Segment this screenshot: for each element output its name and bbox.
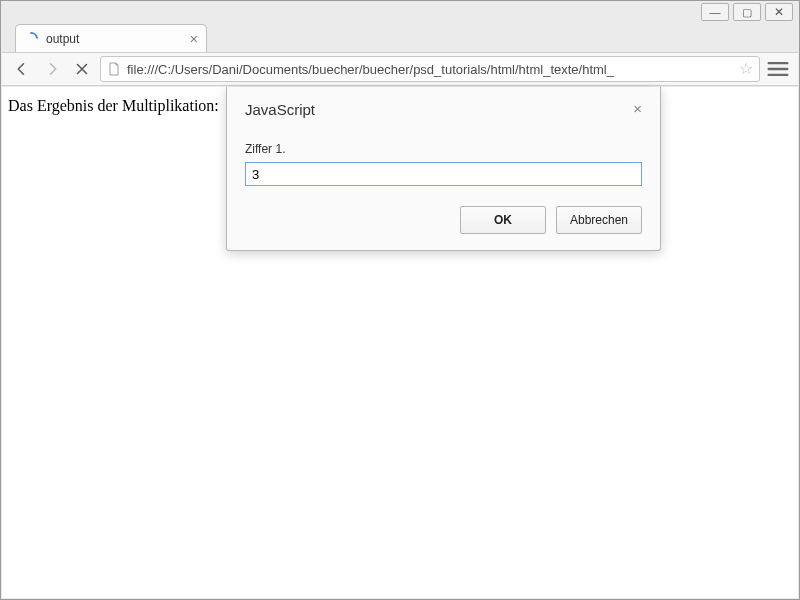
stop-button[interactable]	[68, 55, 96, 83]
window-maximize-button[interactable]: ▢	[733, 3, 761, 21]
back-button[interactable]	[8, 55, 36, 83]
browser-window: — ▢ ✕ output × file:///C:/Users/Dani/Doc…	[0, 0, 800, 600]
tab-close-icon[interactable]: ×	[190, 32, 198, 46]
url-text: file:///C:/Users/Dani/Documents/buecher/…	[127, 62, 733, 77]
address-bar[interactable]: file:///C:/Users/Dani/Documents/buecher/…	[100, 56, 760, 82]
forward-button[interactable]	[38, 55, 66, 83]
ok-button[interactable]: OK	[460, 206, 546, 234]
page-viewport: Das Ergebnis der Multiplikation: JavaScr…	[2, 87, 798, 598]
bookmark-star-icon[interactable]: ☆	[739, 61, 753, 77]
javascript-prompt-dialog: JavaScript × Ziffer 1. OK Abbrechen	[226, 87, 661, 251]
dialog-message: Ziffer 1.	[245, 142, 642, 156]
dialog-title: JavaScript	[245, 101, 315, 118]
dialog-header: JavaScript ×	[245, 101, 642, 118]
arrow-left-icon	[13, 60, 31, 78]
arrow-right-icon	[43, 60, 61, 78]
dialog-button-row: OK Abbrechen	[245, 206, 642, 234]
page-heading: Das Ergebnis der Multiplikation:	[8, 97, 219, 115]
dialog-close-icon[interactable]: ×	[633, 101, 642, 116]
tab-strip: output ×	[7, 24, 793, 52]
window-close-button[interactable]: ✕	[765, 3, 793, 21]
window-minimize-button[interactable]: —	[701, 3, 729, 21]
browser-tab[interactable]: output ×	[15, 24, 207, 52]
loading-spinner-icon	[24, 32, 38, 46]
cancel-button[interactable]: Abbrechen	[556, 206, 642, 234]
close-icon	[73, 60, 91, 78]
page-icon	[107, 62, 121, 76]
browser-toolbar: file:///C:/Users/Dani/Documents/buecher/…	[2, 52, 798, 86]
prompt-input[interactable]	[245, 162, 642, 186]
chrome-menu-button[interactable]	[764, 55, 792, 83]
window-controls: — ▢ ✕	[701, 3, 793, 21]
tab-title: output	[46, 32, 182, 46]
hamburger-icon	[764, 55, 792, 83]
